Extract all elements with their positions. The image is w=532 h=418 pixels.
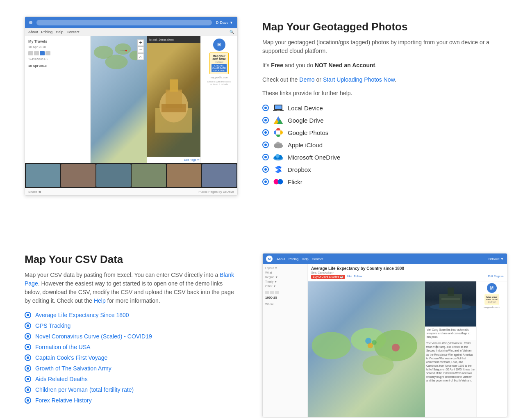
help-link[interactable]: Help xyxy=(94,297,106,304)
radio-coronavirus[interactable] xyxy=(25,333,31,340)
other-filter: Other ▼ xyxy=(265,285,305,288)
svg-rect-24 xyxy=(276,130,280,135)
svg-rect-9 xyxy=(161,104,186,112)
svg-point-3 xyxy=(105,55,127,69)
geotagged-info: Map Your Geotagged Photos Map your geota… xyxy=(262,16,507,186)
thumb-2 xyxy=(61,164,95,187)
csv-screenshot-panel: M About Pricing Help Contact DrDave ▼ La… xyxy=(262,253,507,417)
life-expectancy-link[interactable]: Average Life Expectancy Since 1800 xyxy=(35,312,129,318)
radio-dropbox[interactable] xyxy=(262,166,269,173)
geotagged-description: Map your geotagged (location/gps tagged)… xyxy=(262,38,507,55)
zoom-controls: + − ⌂ xyxy=(137,39,144,60)
radio-onedrive[interactable] xyxy=(262,154,269,160)
csv-browser-navbar: M About Pricing Help Contact DrDave ▼ xyxy=(263,254,507,264)
svg-point-29 xyxy=(274,144,283,148)
start-uploading-link[interactable]: Start Uploading Photos Now xyxy=(323,76,395,83)
laptop-svg xyxy=(273,104,284,112)
share-btn[interactable]: Share ◀ xyxy=(28,190,41,194)
radio-life-exp[interactable] xyxy=(25,312,31,318)
radio-google-drive[interactable] xyxy=(262,117,269,123)
csv-own-data: Map yourown data! it's free! xyxy=(484,294,499,305)
csv-subtitle: See: Cambodian · xyxy=(311,271,504,274)
search-icon[interactable]: 🔍 xyxy=(230,30,234,34)
radio-google-photos[interactable] xyxy=(262,129,269,136)
section-divider xyxy=(0,212,532,237)
world-map-svg xyxy=(308,281,425,417)
public-pages-link[interactable]: Public Pages by DrDave xyxy=(198,190,234,194)
zoom-in-btn[interactable]: + xyxy=(137,39,144,46)
google-drive-label: Google Drive xyxy=(288,117,324,124)
edit-page-link[interactable]: Edit Page ✏ xyxy=(148,158,200,162)
aids-deaths-link[interactable]: Aids Related Deaths xyxy=(35,376,88,382)
map-placeholder: + − ⌂ xyxy=(91,36,147,163)
demo-link[interactable]: Demo xyxy=(299,76,314,83)
radio-children[interactable] xyxy=(25,386,31,393)
csv-logo: M xyxy=(266,256,273,262)
svg-point-33 xyxy=(276,154,280,158)
map-own-data-box: Map yourown data! it's free! CREATECALIB… xyxy=(209,53,229,74)
coffee-btn[interactable]: Buy DrDave a coffee ☕ xyxy=(311,275,345,279)
svg-point-37 xyxy=(277,179,283,185)
csv-item-cook: Captain Cook's First Voyage xyxy=(25,354,238,361)
upload-options-list: Local Device Google Drive xyxy=(262,104,507,186)
radio-gps[interactable] xyxy=(25,322,31,329)
not-need-text: NOT Need an Account xyxy=(315,62,375,69)
flickr-label: Flickr xyxy=(288,178,302,185)
csv-main-area: Average Life Expectancy by Country since… xyxy=(308,264,507,417)
map-controls xyxy=(28,51,87,55)
csv-about[interactable]: About xyxy=(277,257,285,261)
radio-aids[interactable] xyxy=(25,376,31,382)
option-dropbox: Dropbox xyxy=(262,165,507,174)
nav-brand: DrDave ▼ xyxy=(216,21,233,25)
home-btn[interactable]: ⌂ xyxy=(137,53,144,60)
csv-drdave[interactable]: DrDave ▼ xyxy=(489,257,504,261)
play-btn[interactable] xyxy=(265,291,269,294)
photo-location: Israel: Jerusalem xyxy=(147,36,200,43)
children-woman-link[interactable]: Children per Woman (total fertility rate… xyxy=(35,386,134,393)
pricing-link[interactable]: Pricing xyxy=(41,30,53,34)
geotagged-screenshot: DrDave ▼ About Pricing Help Contact 🔍 My… xyxy=(25,16,238,196)
csv-nav-links: About Pricing Help Contact xyxy=(277,257,487,261)
gps-tracking-link[interactable]: GPS Tracking xyxy=(35,322,70,329)
follow-btn[interactable]: Follow xyxy=(354,275,362,279)
edit-page-btn[interactable]: Edit Page ✏ xyxy=(488,275,504,279)
radio-apple-icloud[interactable] xyxy=(262,142,269,148)
csv-description: Map your CSV data by pasting from Excel.… xyxy=(25,271,238,305)
top-section: DrDave ▼ About Pricing Help Contact 🔍 My… xyxy=(0,0,532,212)
thumb-1 xyxy=(26,164,60,187)
date-2: 18 Apr 2018 xyxy=(28,64,87,68)
stop-btn[interactable] xyxy=(275,291,279,294)
radio-usa[interactable] xyxy=(25,344,31,350)
blank-page-link[interactable]: Blank Page xyxy=(25,272,234,287)
radio-cook[interactable] xyxy=(25,354,31,361)
pause-btn[interactable] xyxy=(270,291,274,294)
captain-cook-link[interactable]: Captain Cook's First Voyage xyxy=(35,354,107,361)
radio-forex[interactable] xyxy=(25,397,31,404)
svg-rect-12 xyxy=(275,105,282,109)
csv-content-area: Layout ▼ What Region ▼ Timely ▼ Other ▼ xyxy=(263,264,507,417)
thumb-6 xyxy=(202,164,236,187)
bottom-section: Map Your CSV Data Map your CSV data by p… xyxy=(0,237,532,418)
csv-right-panel: M Map yourown data! it's free! mappedia.… xyxy=(476,281,507,417)
forex-link[interactable]: Forex Relative History xyxy=(35,397,92,404)
option-google-drive: Google Drive xyxy=(262,116,507,124)
coronavirus-link[interactable]: Novel Coronavirus Curve (Scaled) - COVID… xyxy=(35,333,152,340)
csv-contact[interactable]: Contact xyxy=(312,257,323,261)
radio-local-device[interactable] xyxy=(262,105,269,111)
flickr-icon xyxy=(273,178,284,186)
browser-navbar: DrDave ▼ xyxy=(25,17,237,28)
like-btn[interactable]: Like xyxy=(347,275,352,279)
about-link[interactable]: About xyxy=(28,30,38,34)
csv-help[interactable]: Help xyxy=(302,257,308,261)
csv-pricing[interactable]: Pricing xyxy=(289,257,298,261)
radio-salvation[interactable] xyxy=(25,365,31,372)
article-text: The Vietnam War (Vietnamese: Chiến tranh… xyxy=(425,340,476,417)
salvation-army-link[interactable]: Growth of The Salvation Army xyxy=(35,365,111,372)
option-flickr: Flickr xyxy=(262,178,507,186)
help-link[interactable]: Help xyxy=(56,30,64,34)
formation-usa-link[interactable]: Formation of the USA xyxy=(35,344,91,350)
map-area: + − ⌂ xyxy=(91,36,147,163)
zoom-out-btn[interactable]: − xyxy=(137,46,144,53)
radio-flickr[interactable] xyxy=(262,178,269,185)
contact-link[interactable]: Contact xyxy=(67,30,80,34)
